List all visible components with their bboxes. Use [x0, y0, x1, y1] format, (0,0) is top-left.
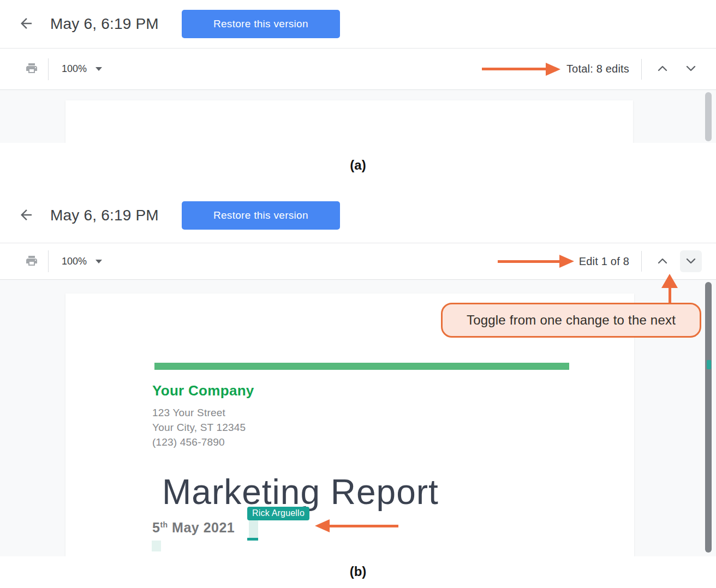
previous-edit-button[interactable] — [652, 250, 673, 272]
panel-a-document-viewport — [0, 90, 716, 143]
panel-b-header: May 6, 6:19 PM Restore this version — [0, 188, 716, 243]
zoom-dropdown[interactable]: 100% — [62, 63, 102, 75]
zoom-value: 100% — [62, 256, 87, 267]
zoom-value: 100% — [62, 63, 87, 75]
edit-cursor-mark — [247, 538, 258, 541]
chevron-down-icon — [686, 257, 696, 266]
figure-caption-b: (b) — [0, 556, 716, 588]
back-arrow-icon — [18, 207, 34, 225]
edit-highlight — [152, 541, 161, 551]
version-timestamp: May 6, 6:19 PM — [50, 15, 159, 33]
figure-caption-a: (a) — [0, 143, 716, 188]
previous-edit-button[interactable] — [652, 58, 673, 80]
print-button[interactable] — [21, 58, 43, 80]
version-timestamp: May 6, 6:19 PM — [50, 207, 159, 224]
edit-highlight — [249, 520, 258, 538]
back-button[interactable] — [14, 203, 38, 227]
scrollbar-thumb[interactable] — [705, 282, 712, 553]
back-button[interactable] — [14, 12, 38, 36]
toolbar-divider — [641, 59, 642, 80]
panel-a: May 6, 6:19 PM Restore this version 100%… — [0, 0, 716, 188]
chevron-down-icon — [686, 65, 696, 73]
restore-version-button[interactable]: Restore this version — [182, 201, 340, 230]
print-button[interactable] — [21, 250, 43, 272]
panel-b: May 6, 6:19 PM Restore this version 100%… — [0, 188, 716, 588]
letterhead-rule — [154, 363, 569, 370]
back-arrow-icon — [18, 15, 34, 33]
annotation-arrow-up — [661, 274, 678, 304]
next-edit-button[interactable] — [680, 58, 702, 80]
document-title: Marketing Report — [162, 472, 439, 512]
document-date: 5th May 2021 — [152, 520, 235, 536]
restore-version-button[interactable]: Restore this version — [182, 10, 340, 38]
address-line: 123 Your Street — [152, 405, 246, 420]
document-page — [65, 100, 633, 143]
edit-counter: Edit 1 of 8 — [579, 255, 629, 268]
address-line: Your City, ST 12345 — [152, 420, 246, 435]
annotation-callout: Toggle from one change to the next — [441, 303, 701, 338]
chevron-up-icon — [658, 257, 667, 266]
address-line: (123) 456-7890 — [152, 435, 246, 449]
panel-a-toolbar-right: Total: 8 edits — [566, 58, 716, 80]
panel-b-toolbar-right: Edit 1 of 8 — [579, 250, 716, 272]
chevron-down-caret — [96, 67, 102, 71]
next-edit-button[interactable] — [680, 250, 702, 272]
annotation-arrow-left — [315, 519, 398, 532]
edit-counter: Total: 8 edits — [566, 63, 629, 75]
editor-name-badge: Rick Arguello — [247, 507, 309, 520]
scrollbar-edit-marker — [707, 360, 711, 369]
toolbar-divider — [48, 58, 49, 80]
annotation-arrow-right — [482, 49, 560, 89]
chevron-up-icon — [658, 65, 667, 73]
company-address: 123 Your Street Your City, ST 12345 (123… — [152, 405, 246, 449]
toolbar-divider — [641, 251, 642, 272]
zoom-dropdown[interactable]: 100% — [62, 256, 102, 267]
printer-icon — [25, 62, 39, 76]
toolbar-divider — [48, 250, 49, 272]
scrollbar-thumb[interactable] — [705, 92, 712, 141]
printer-icon — [25, 254, 39, 269]
panel-b-toolbar: 100% Edit 1 of 8 — [0, 243, 716, 280]
panel-a-header: May 6, 6:19 PM Restore this version — [0, 0, 716, 48]
version-history-figure: May 6, 6:19 PM Restore this version 100%… — [0, 0, 716, 588]
panel-a-toolbar: 100% Total: 8 edits — [0, 48, 716, 90]
callout-text: Toggle from one change to the next — [467, 313, 676, 328]
company-name: Your Company — [152, 382, 254, 399]
chevron-down-caret — [96, 260, 102, 263]
scrollbar[interactable] — [705, 90, 712, 143]
annotation-arrow-right — [498, 243, 574, 279]
scrollbar[interactable] — [705, 280, 712, 556]
